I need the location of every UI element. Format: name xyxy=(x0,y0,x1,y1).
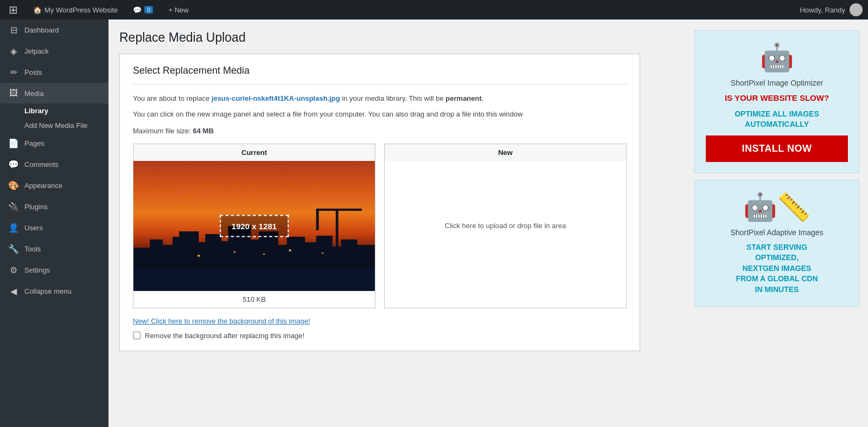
sidebar-item-label: Plugins xyxy=(24,203,48,211)
sidebar-item-label: Comments xyxy=(24,160,59,169)
sidebar-subitem-add-new[interactable]: Add New Media File xyxy=(0,118,108,133)
desc-pre: You are about to replace xyxy=(133,94,212,102)
collapse-menu-button[interactable]: ◀ Collapse menu xyxy=(0,281,108,302)
image-panels: Current xyxy=(133,144,627,308)
posts-icon: ✏ xyxy=(8,67,19,77)
wp-logo-button[interactable]: ⊞ xyxy=(5,0,21,20)
page-title: Replace Media Upload xyxy=(119,30,684,45)
sidebar-item-media[interactable]: 🖼 Media xyxy=(0,83,108,103)
main-content-area: Replace Media Upload Select Replacement … xyxy=(108,20,868,427)
admin-bar: ⊞ 🏠 My WordPress Website 💬 0 + New Howdy… xyxy=(0,0,868,20)
svg-point-25 xyxy=(263,253,265,255)
sidebar-ads: 🤖 ShortPixel Image Optimizer IS YOUR WEB… xyxy=(694,20,868,427)
remove-bg-checkbox-row: Remove the background after replacing th… xyxy=(133,332,627,340)
media-icon: 🖼 xyxy=(8,88,19,98)
tools-icon: 🔧 xyxy=(8,244,19,254)
sidebar-item-users[interactable]: 👤 Users xyxy=(0,217,108,238)
description-paragraph-2: You can click on the new image panel and… xyxy=(133,109,627,120)
sidebar-item-appearance[interactable]: 🎨 Appearance xyxy=(0,175,108,196)
shortpixel-adaptive-subtitle-teal: START SERVINGOPTIMIZED,NEXTGEN IMAGESFRO… xyxy=(736,242,818,295)
sidebar-item-posts[interactable]: ✏ Posts xyxy=(0,62,108,83)
replacement-media-card: Select Replacement Media You are about t… xyxy=(119,54,640,351)
section-title: Select Replacement Media xyxy=(133,65,627,85)
image-dimensions-overlay: 1920 x 1281 xyxy=(220,215,289,237)
sidebar-item-pages[interactable]: 📄 Pages xyxy=(0,133,108,154)
shortpixel-optimizer-subtitle-red: IS YOUR WEBSITE SLOW? xyxy=(725,93,829,103)
site-name-label: My WordPress Website xyxy=(44,6,118,14)
remove-background-link[interactable]: New! Click here to remove the background… xyxy=(133,317,310,325)
svg-point-26 xyxy=(289,249,291,251)
sidebar-item-plugins[interactable]: 🔌 Plugins xyxy=(0,196,108,217)
shortpixel-robot-icon: 🤖 xyxy=(760,42,794,73)
new-panel-label: New xyxy=(385,144,626,161)
upload-text: Click here to upload or drop file in are… xyxy=(445,222,566,230)
sidebar-item-settings[interactable]: ⚙ Settings xyxy=(0,260,108,281)
pages-icon: 📄 xyxy=(8,138,19,148)
desc-period: . xyxy=(482,94,484,102)
admin-sidebar: ⊟ Dashboard ◈ Jetpack ✏ Posts 🖼 Media Li… xyxy=(0,20,108,427)
sidebar-item-label: Dashboard xyxy=(24,26,59,34)
dashboard-icon: ⊟ xyxy=(8,25,19,35)
shortpixel-optimizer-title: ShortPixel Image Optimizer xyxy=(731,79,823,87)
permanent-text: permanent xyxy=(445,94,481,102)
comments-button[interactable]: 💬 0 xyxy=(130,0,156,20)
svg-rect-20 xyxy=(316,209,362,211)
sidebar-item-jetpack[interactable]: ◈ Jetpack xyxy=(0,41,108,62)
current-panel-label: Current xyxy=(133,144,375,161)
users-icon: 👤 xyxy=(8,223,19,233)
comments-icon: 💬 xyxy=(8,159,19,170)
howdy-text: Howdy, Randy xyxy=(800,6,845,14)
new-content-label: + New xyxy=(168,6,188,14)
shortpixel-adaptive-robot-icon: 🤖📏 xyxy=(743,191,810,223)
sidebar-item-label: Users xyxy=(24,224,43,232)
wp-logo-icon: ⊞ xyxy=(9,3,18,16)
new-content-button[interactable]: + New xyxy=(165,0,192,20)
page-body: Replace Media Upload Select Replacement … xyxy=(108,20,694,427)
file-size-label: Maximum file size: xyxy=(133,127,193,135)
sidebar-subitem-library[interactable]: Library xyxy=(0,103,108,118)
new-image-panel[interactable]: New Click here to upload or drop file in… xyxy=(384,144,627,308)
shortpixel-optimizer-subtitle-teal: OPTIMIZE ALL IMAGESAUTOMATICALLY xyxy=(735,109,819,130)
current-image-container: 1920 x 1281 xyxy=(133,161,375,291)
filename-link[interactable]: jesus-curiel-nskeft4t1KA-unsplash.jpg xyxy=(212,94,340,102)
shortpixel-optimizer-ad: 🤖 ShortPixel Image Optimizer IS YOUR WEB… xyxy=(694,30,859,173)
library-label: Library xyxy=(24,107,48,115)
shortpixel-adaptive-ad: 🤖📏 ShortPixel Adaptive Images START SERV… xyxy=(694,180,859,307)
plugins-icon: 🔌 xyxy=(8,202,19,212)
sidebar-item-label: Settings xyxy=(24,266,50,274)
svg-rect-19 xyxy=(336,210,339,253)
svg-rect-21 xyxy=(316,209,319,230)
add-new-label: Add New Media File xyxy=(24,121,87,130)
description-paragraph-1: You are about to replace jesus-curiel-ns… xyxy=(133,93,627,105)
jetpack-icon: ◈ xyxy=(8,46,19,56)
svg-point-23 xyxy=(197,255,200,257)
sidebar-item-label: Posts xyxy=(24,68,42,76)
comments-count: 0 xyxy=(144,6,153,14)
file-size-note: Maximum file size: 64 MB xyxy=(133,127,627,135)
desc-post: in your media library. This will be xyxy=(340,94,446,102)
image-size-note: 510 KB xyxy=(133,291,375,308)
remove-bg-label: Remove the background after replacing th… xyxy=(145,332,304,340)
site-name-button[interactable]: 🏠 My WordPress Website xyxy=(30,0,121,20)
user-avatar xyxy=(850,3,863,16)
settings-icon: ⚙ xyxy=(8,265,19,275)
svg-point-24 xyxy=(234,251,236,253)
sidebar-item-label: Jetpack xyxy=(24,47,49,55)
sidebar-item-label: Pages xyxy=(24,139,44,147)
current-image-panel: Current xyxy=(133,144,375,308)
shortpixel-adaptive-title: ShortPixel Adaptive Images xyxy=(730,228,823,237)
remove-bg-checkbox[interactable] xyxy=(133,332,141,339)
file-size-value: 64 MB xyxy=(193,127,214,135)
sidebar-item-label: Tools xyxy=(24,245,41,253)
home-icon: 🏠 xyxy=(33,6,42,14)
sidebar-item-tools[interactable]: 🔧 Tools xyxy=(0,238,108,260)
sidebar-item-comments[interactable]: 💬 Comments xyxy=(0,154,108,175)
sidebar-item-dashboard[interactable]: ⊟ Dashboard xyxy=(0,20,108,41)
svg-rect-22 xyxy=(133,269,375,291)
collapse-icon: ◀ xyxy=(8,286,19,296)
collapse-label: Collapse menu xyxy=(24,287,72,295)
install-now-button[interactable]: INSTALL NOW xyxy=(706,135,848,162)
upload-drop-area[interactable]: Click here to upload or drop file in are… xyxy=(385,161,626,291)
svg-point-27 xyxy=(322,252,324,254)
sidebar-item-label: Appearance xyxy=(24,182,62,190)
